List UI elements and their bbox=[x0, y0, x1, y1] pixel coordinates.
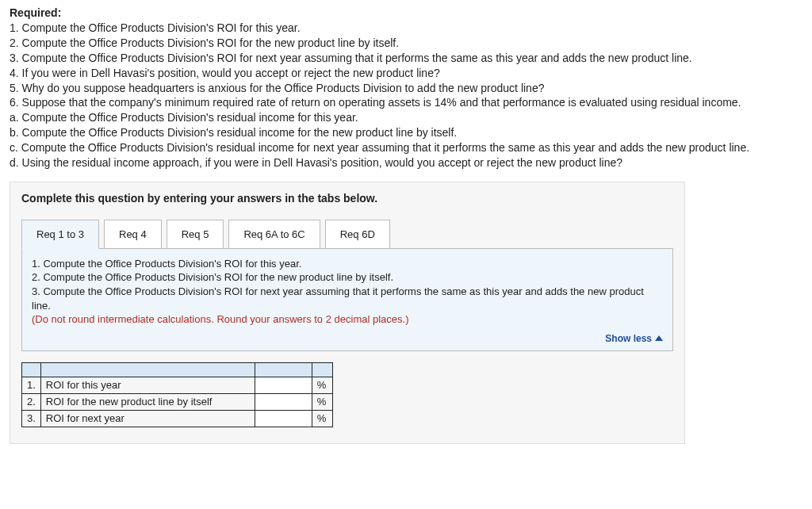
roi-this-year-input[interactable] bbox=[260, 379, 307, 392]
req-item: 2. Compute the Office Products Division'… bbox=[10, 36, 802, 51]
roi-input-table: 1. ROI for this year % 2. ROI for the ne… bbox=[21, 362, 333, 427]
tab-req-1-to-3[interactable]: Req 1 to 3 bbox=[21, 220, 99, 249]
req-item: c. Compute the Office Products Division'… bbox=[10, 140, 802, 155]
tab-req-5[interactable]: Req 5 bbox=[167, 220, 224, 249]
row-number: 1. bbox=[22, 377, 41, 393]
row-label: ROI for next year bbox=[40, 410, 255, 427]
req-item: d. Using the residual income approach, i… bbox=[10, 155, 802, 170]
req-item: 1. Compute the Office Products Division'… bbox=[10, 21, 802, 36]
row-label: ROI for this year bbox=[40, 377, 255, 393]
show-less-link[interactable]: Show less bbox=[32, 333, 663, 344]
req-item: 5. Why do you suppose headquarters is an… bbox=[10, 81, 802, 96]
tab-content-line: 3. Compute the Office Products Division'… bbox=[32, 285, 663, 312]
req-item: b. Compute the Office Products Division'… bbox=[10, 125, 802, 140]
tab-req-6a-to-6c[interactable]: Req 6A to 6C bbox=[228, 220, 320, 249]
row-number: 3. bbox=[22, 410, 41, 427]
show-less-label: Show less bbox=[605, 333, 652, 344]
table-header-blank bbox=[22, 362, 41, 377]
requirements-list: 1. Compute the Office Products Division'… bbox=[10, 21, 802, 170]
tab-req-4[interactable]: Req 4 bbox=[104, 220, 162, 249]
table-row: 3. ROI for next year % bbox=[22, 410, 333, 427]
row-unit: % bbox=[312, 410, 332, 427]
req-item: a. Compute the Office Products Division'… bbox=[10, 110, 802, 125]
roi-next-year-input[interactable] bbox=[260, 412, 307, 425]
row-label: ROI for the new product line by itself bbox=[40, 393, 255, 410]
tab-req-6d[interactable]: Req 6D bbox=[325, 220, 390, 249]
tab-content-line: 1. Compute the Office Products Division'… bbox=[32, 257, 663, 271]
req-item: 4. If you were in Dell Havasi's position… bbox=[10, 66, 802, 81]
table-header-blank bbox=[255, 362, 312, 377]
caret-up-icon bbox=[655, 335, 663, 341]
table-row: 1. ROI for this year % bbox=[22, 377, 333, 393]
table-row: 2. ROI for the new product line by itsel… bbox=[22, 393, 333, 410]
panel-instruction: Complete this question by entering your … bbox=[21, 192, 673, 205]
req-item: 6. Suppose that the company's minimum re… bbox=[10, 95, 802, 110]
answer-panel: Complete this question by entering your … bbox=[10, 182, 685, 444]
table-header-blank bbox=[312, 362, 332, 377]
roi-new-product-input[interactable] bbox=[260, 396, 307, 408]
row-number: 2. bbox=[22, 393, 41, 410]
tabs-row: Req 1 to 3 Req 4 Req 5 Req 6A to 6C Req … bbox=[21, 219, 673, 248]
table-header-blank bbox=[40, 362, 255, 377]
tab-content: 1. Compute the Office Products Division'… bbox=[21, 248, 673, 351]
row-unit: % bbox=[312, 393, 332, 410]
required-heading: Required: bbox=[10, 6, 802, 19]
row-unit: % bbox=[312, 377, 332, 393]
req-item: 3. Compute the Office Products Division'… bbox=[10, 51, 802, 66]
tab-content-line: 2. Compute the Office Products Division'… bbox=[32, 270, 663, 285]
rounding-note: (Do not round intermediate calculations.… bbox=[32, 312, 663, 327]
